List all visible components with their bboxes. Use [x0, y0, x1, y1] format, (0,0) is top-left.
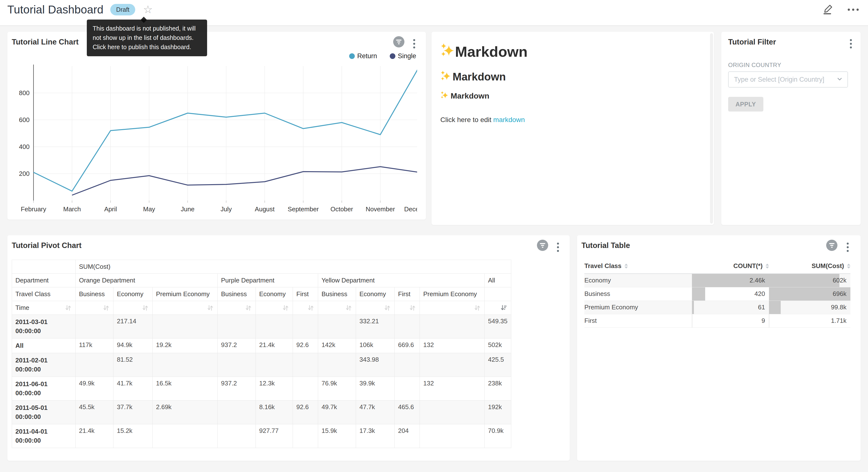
pivot-sort-cell: [75, 301, 114, 315]
pivot-cell: 927.77: [256, 424, 293, 448]
pivot-row: 2011-05-0100:00:0045.5k37.7k2.69k8.16k92…: [12, 401, 511, 424]
pivot-cell: 45.5k: [75, 401, 114, 424]
pivot-sort-cell: [395, 301, 420, 315]
line-chart-svg: FebruaryMarchAprilMayJuneJulyAugustSepte…: [7, 32, 417, 218]
x-axis-label: June: [181, 205, 194, 213]
pivot-cell: 15.2k: [114, 424, 153, 448]
markdown-h1: Markdown: [440, 43, 699, 60]
pivot-sort-cell: [153, 301, 218, 315]
sort-toggle-icon[interactable]: [474, 304, 481, 312]
filter-title: Tutorial Filter: [728, 38, 776, 47]
cell-value: 99.8k: [831, 301, 846, 314]
edit-dashboard-icon[interactable]: [822, 3, 834, 16]
pivot-row-header: 2011-04-0100:00:00: [12, 424, 75, 448]
pivot-class-header: Premium Economy: [153, 287, 218, 301]
sort-toggle-icon[interactable]: [384, 304, 391, 312]
pivot-cell: 49.7k: [318, 401, 356, 424]
table-row: Premium Economy6199.8k: [584, 301, 850, 314]
pivot-cell: 238k: [485, 377, 511, 401]
cell-value: 602k: [833, 274, 846, 287]
draft-badge[interactable]: Draft: [110, 4, 135, 16]
sort-toggle-icon[interactable]: [65, 304, 72, 312]
filter-scope-icon[interactable]: [826, 240, 837, 251]
pivot-cell: 15.9k: [318, 424, 356, 448]
x-axis-label: September: [288, 205, 319, 213]
tooltip-line: Click here to publish this dashboard.: [93, 42, 201, 52]
sort-desc-active-icon[interactable]: [500, 304, 507, 312]
table-cell-travel-class: Economy: [584, 274, 692, 287]
y-axis-label: 200: [19, 170, 30, 177]
markdown-card: Markdown Markdown Markdown Click here to…: [432, 32, 714, 225]
pivot-cell: 465.6: [395, 401, 420, 424]
pivot-class-header: Business: [75, 287, 114, 301]
dashboard-canvas: Tutorial Dashboard Draft ☆ This dashboar…: [0, 0, 868, 472]
pivot-class-header: First: [293, 287, 318, 301]
pivot-cell: [395, 377, 420, 401]
pivot-sort-cell: [114, 301, 153, 315]
draft-tooltip: This dashboard is not published, it will…: [87, 20, 207, 56]
apply-button[interactable]: APPLY: [728, 97, 763, 112]
pivot-cell: 217.14: [114, 315, 153, 338]
pivot-cell: 2.69k: [153, 401, 218, 424]
pivot-cell: [395, 315, 420, 338]
pivot-row-header: 2011-05-0100:00:00: [12, 401, 75, 424]
pivot-corner-cell: [12, 260, 75, 274]
sort-toggle-icon[interactable]: [142, 304, 149, 312]
filter-menu-icon[interactable]: [849, 38, 853, 50]
data-bar: [769, 274, 839, 287]
sort-toggle-icon[interactable]: [245, 304, 252, 312]
pivot-row: 2011-06-0100:00:0049.9k41.7k16.5k937.212…: [12, 377, 511, 401]
favorite-star-icon[interactable]: ☆: [143, 4, 153, 15]
dashboard-menu-icon[interactable]: [847, 6, 859, 13]
table-row: First91.71k: [584, 314, 850, 327]
table-cell-sum: 1.71k: [769, 314, 850, 327]
chart-menu-icon[interactable]: [846, 242, 850, 253]
sort-toggle-icon[interactable]: [207, 304, 214, 312]
origin-country-select[interactable]: Type or Select [Origin Country]: [728, 71, 848, 88]
edit-markdown-link[interactable]: markdown: [493, 116, 525, 123]
sort-toggle-icon[interactable]: [282, 304, 289, 312]
x-axis-label: August: [255, 205, 275, 213]
sort-toggle-icon[interactable]: [345, 304, 352, 312]
x-axis-label: March: [63, 205, 81, 213]
table-header-sum-cost-[interactable]: SUM(Cost): [769, 259, 850, 274]
table-cell-sum: 602k: [769, 274, 850, 287]
pivot-cell: [218, 424, 256, 448]
pivot-cell: 8.16k: [256, 401, 293, 424]
sort-toggle-icon[interactable]: [307, 304, 314, 312]
line-chart-card: Tutorial Line Chart Return Single Februa…: [7, 32, 426, 219]
pivot-sort-cell: [293, 301, 318, 315]
chart-menu-icon[interactable]: [556, 242, 560, 253]
x-axis-label: October: [331, 205, 353, 213]
pivot-row: 2011-02-0100:00:0081.52343.98425.5: [12, 353, 511, 377]
sort-toggle-icon[interactable]: [409, 304, 416, 312]
sparkles-icon: [440, 91, 448, 101]
filter-scope-icon[interactable]: [537, 240, 548, 251]
select-placeholder: Type or Select [Origin Country]: [728, 76, 837, 83]
sparkles-icon: [440, 43, 454, 60]
table-header-travel-class[interactable]: Travel Class: [584, 259, 692, 274]
pivot-cell: 425.5: [485, 353, 511, 377]
pivot-cell: 17.3k: [356, 424, 395, 448]
pivot-cell: [153, 315, 218, 338]
pivot-cell: 19.2k: [153, 338, 218, 353]
pivot-cell: 49.9k: [75, 377, 114, 401]
pivot-cell: 343.98: [356, 353, 395, 377]
table-header-count-[interactable]: COUNT(*): [692, 259, 769, 274]
series-line-single: [72, 167, 417, 195]
table-cell-sum: 99.8k: [769, 301, 850, 314]
pivot-cell: 94.9k: [114, 338, 153, 353]
data-table: Travel ClassCOUNT(*)SUM(Cost)Economy2.46…: [584, 259, 850, 328]
page-title: Tutorial Dashboard: [7, 3, 103, 16]
sort-toggle-icon[interactable]: [102, 304, 110, 312]
x-axis-label: April: [104, 205, 117, 213]
data-bar: [692, 287, 705, 301]
pivot-row-header: 2011-02-0100:00:00: [12, 353, 75, 377]
pivot-cell: [75, 315, 114, 338]
y-axis-label: 600: [19, 116, 30, 123]
pivot-sort-cell: [256, 301, 293, 315]
scrollbar-track[interactable]: [710, 33, 713, 224]
pivot-table: SUM(Cost)DepartmentOrange DepartmentPurp…: [12, 260, 511, 448]
pivot-cell: 669.6: [395, 338, 420, 353]
sort-caret-icon: [847, 264, 850, 268]
